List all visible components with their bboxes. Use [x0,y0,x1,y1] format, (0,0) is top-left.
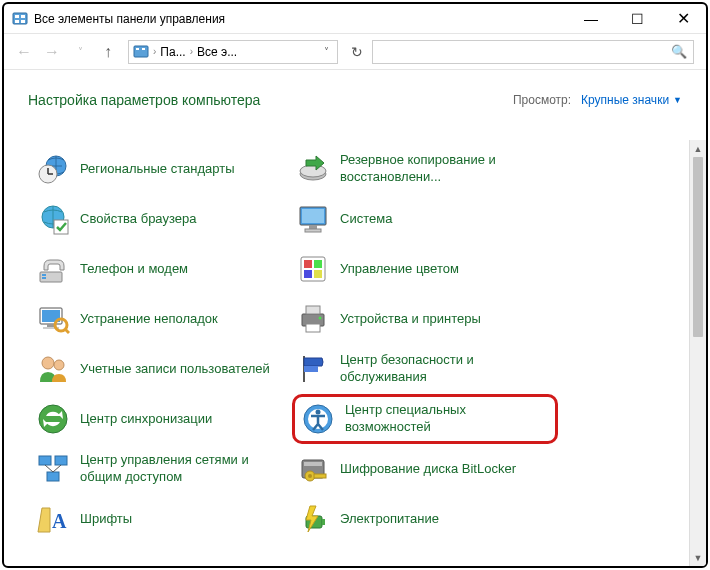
item-user-accounts[interactable]: Учетные записи пользователей [32,344,292,394]
scroll-track[interactable] [690,337,706,549]
back-button[interactable]: ← [10,38,38,66]
clock-globe-icon [36,152,70,186]
item-phone-modem[interactable]: Телефон и модем [32,244,292,294]
item-label: Электропитание [340,511,439,528]
svg-rect-35 [306,306,320,314]
item-regional-settings[interactable]: Региональные стандарты [32,144,292,194]
breadcrumb-2[interactable]: Все э... [195,45,239,59]
svg-rect-22 [42,277,46,279]
titlebar: Все элементы панели управления — ☐ ✕ [4,4,706,34]
search-icon: 🔍 [671,44,687,59]
item-label: Региональные стандарты [80,161,234,178]
chevron-down-icon: ▼ [673,95,682,105]
svg-point-13 [300,165,326,177]
users-icon [36,352,70,386]
svg-rect-1 [15,15,19,18]
item-label: Учетные записи пользователей [80,361,270,378]
close-button[interactable]: ✕ [660,4,706,33]
address-dropdown-icon[interactable]: ˅ [320,46,333,57]
svg-rect-27 [314,270,322,278]
svg-line-49 [53,465,61,472]
breadcrumb-1[interactable]: Па... [158,45,187,59]
svg-rect-47 [47,472,59,481]
item-label: Центр безопасности и обслуживания [340,352,540,386]
svg-rect-36 [306,324,320,332]
item-label: Управление цветом [340,261,459,278]
backup-icon [296,152,330,186]
ease-access-icon [301,402,335,436]
item-label: Устранение неполадок [80,311,218,328]
item-label: Свойства браузера [80,211,196,228]
svg-rect-19 [305,229,321,232]
content-header: Настройка параметров компьютера Просмотр… [4,70,706,118]
item-label: Шрифты [80,511,132,528]
search-input[interactable] [379,45,671,59]
items-grid: Региональные стандарты Резервное копиров… [4,140,689,566]
forward-button[interactable]: → [38,38,66,66]
item-power-options[interactable]: Электропитание [292,494,552,544]
item-troubleshooting[interactable]: Устранение неполадок [32,294,292,344]
power-icon [296,502,330,536]
item-devices-printers[interactable]: Устройства и принтеры [292,294,552,344]
address-bar[interactable]: › Па... › Все э... ˅ [128,40,338,64]
svg-rect-6 [136,48,139,50]
minimize-button[interactable]: — [568,4,614,33]
control-panel-icon [12,11,28,27]
item-label: Устройства и принтеры [340,311,481,328]
svg-rect-3 [15,20,19,23]
item-label: Телефон и модем [80,261,188,278]
item-fonts[interactable]: A Шрифты [32,494,292,544]
navbar: ← → ˅ ↑ › Па... › Все э... ˅ ↻ 🔍 [4,34,706,70]
svg-line-33 [65,329,69,333]
color-palette-icon [296,252,330,286]
view-value: Крупные значки [581,93,669,107]
svg-point-37 [319,317,322,320]
scroll-up-button[interactable]: ▲ [690,140,706,157]
svg-rect-24 [304,260,312,268]
refresh-button[interactable]: ↻ [344,40,370,64]
svg-point-41 [39,405,67,433]
item-label: Центр управления сетями и общим доступом [80,452,280,486]
vertical-scrollbar[interactable]: ▲ ▼ [689,140,706,566]
item-label: Центр синхронизации [80,411,212,428]
svg-line-48 [45,465,53,472]
svg-rect-26 [304,270,312,278]
scroll-thumb[interactable] [693,157,703,337]
bitlocker-icon [296,452,330,486]
search-box[interactable]: 🔍 [372,40,694,64]
recent-button[interactable]: ˅ [66,38,94,66]
up-button[interactable]: ↑ [94,38,122,66]
scroll-down-button[interactable]: ▼ [690,549,706,566]
item-security-maintenance[interactable]: Центр безопасности и обслуживания [292,344,552,394]
chevron-right-icon: › [151,46,158,57]
network-icon [36,452,70,486]
item-label: Центр специальных возможностей [345,402,545,436]
item-internet-options[interactable]: Свойства браузера [32,194,292,244]
item-sync-center[interactable]: Центр синхронизации [32,394,292,444]
svg-rect-4 [21,20,25,23]
troubleshoot-icon [36,302,70,336]
item-bitlocker[interactable]: Шифрование диска BitLocker [292,444,552,494]
svg-point-54 [308,474,312,478]
view-label: Просмотр: [513,93,571,107]
svg-rect-57 [322,519,325,525]
svg-text:A: A [52,510,67,532]
svg-rect-45 [39,456,51,465]
monitor-icon [296,202,330,236]
svg-rect-2 [21,15,25,18]
sync-icon [36,402,70,436]
fonts-icon: A [36,502,70,536]
item-backup-restore[interactable]: Резервное копирование и восстановлени... [292,144,552,194]
svg-rect-21 [42,274,46,276]
item-ease-of-access[interactable]: Центр специальных возможностей [292,394,558,444]
item-network-sharing[interactable]: Центр управления сетями и общим доступом [32,444,292,494]
item-label: Система [340,211,392,228]
svg-point-38 [42,357,54,369]
item-label: Резервное копирование и восстановлени... [340,152,540,186]
svg-rect-18 [309,225,317,229]
item-color-management[interactable]: Управление цветом [292,244,552,294]
page-title: Настройка параметров компьютера [28,92,513,108]
item-system[interactable]: Система [292,194,552,244]
maximize-button[interactable]: ☐ [614,4,660,33]
view-selector[interactable]: Крупные значки ▼ [581,93,682,107]
